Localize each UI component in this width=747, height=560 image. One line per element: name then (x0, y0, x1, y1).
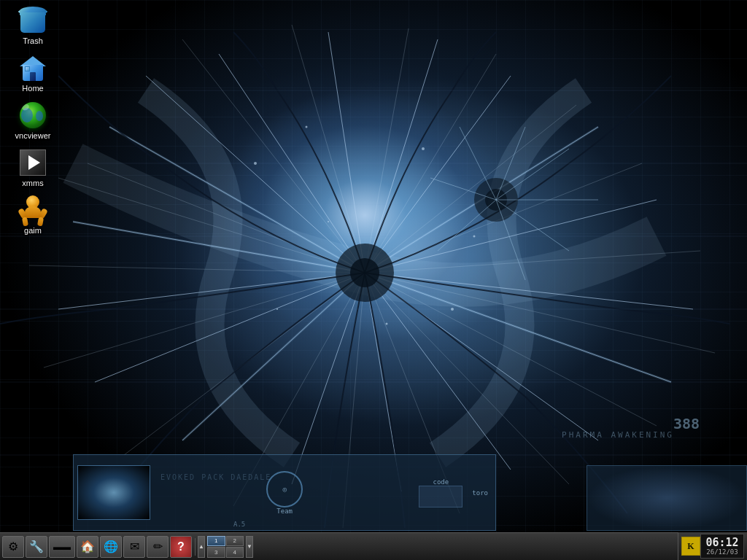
taskbar-browser-icon: 🌐 (104, 540, 118, 553)
svg-line-36 (109, 127, 365, 273)
clock-display: 06:12 26/12/03 (700, 534, 744, 559)
taskbar-tools-btn[interactable]: 🔧 (26, 536, 47, 558)
svg-line-52 (460, 127, 496, 200)
terminal-icon: ▬▬ (53, 542, 71, 552)
workspace-3-btn[interactable]: 3 (207, 547, 225, 558)
vncviewer-icon[interactable]: vncviewer (7, 98, 58, 142)
karma-label: K (687, 541, 694, 552)
as-version-label: A.5 (233, 521, 245, 528)
svg-line-27 (365, 273, 657, 426)
svg-line-38 (365, 273, 671, 382)
svg-point-41 (336, 244, 394, 302)
workspace-1-btn[interactable]: 1 (207, 536, 225, 547)
svg-line-13 (292, 273, 365, 484)
taskbar-home-icon: 🏠 (80, 540, 95, 553)
settings-icon: ⚙ (8, 540, 18, 553)
svg-line-37 (365, 127, 598, 273)
svg-line-20 (292, 25, 365, 273)
hud-team-label: Team (276, 508, 293, 515)
svg-line-45 (496, 127, 525, 200)
pharma-label: PHARMA AWAKENING (562, 430, 674, 440)
hud-overlay: ◎ Team code toro (0, 443, 747, 531)
evoked-label: EVOKED PACK DAEDALE (160, 473, 271, 481)
trash-label: Trash (23, 36, 43, 45)
svg-point-60 (306, 126, 308, 128)
taskbar-help-btn[interactable]: ? (170, 536, 192, 558)
svg-line-48 (496, 200, 569, 251)
svg-line-6 (365, 127, 598, 273)
gaim-icon-img (20, 195, 46, 225)
svg-point-64 (386, 323, 388, 325)
svg-line-23 (365, 105, 576, 273)
taskbar-draw-btn[interactable]: ✏ (147, 536, 169, 558)
globe-icon-img (20, 102, 46, 128)
hud-progress: ◎ (266, 471, 303, 508)
hud-right-panel (587, 465, 747, 531)
svg-line-50 (438, 200, 496, 251)
svg-line-26 (365, 273, 715, 353)
svg-line-35 (58, 178, 365, 273)
svg-point-66 (451, 308, 454, 311)
svg-line-21 (365, 28, 409, 273)
trash-icon-img (20, 7, 46, 34)
svg-point-43 (474, 178, 518, 222)
svg-line-29 (365, 273, 460, 513)
home-label: Home (22, 84, 43, 93)
svg-line-12 (365, 273, 401, 491)
taskbar-mail-btn[interactable]: ✉ (123, 536, 145, 558)
xmms-icon-img (20, 149, 46, 176)
desktop: EVOKED PACK DAEDALE PHARMA AWAKENING 388… (0, 0, 747, 560)
workspace-4-btn[interactable]: 4 (226, 547, 244, 558)
clock-date: 26/12/03 (706, 548, 738, 556)
clock-time: 06:12 (705, 537, 738, 549)
svg-line-5 (365, 76, 511, 273)
trash-icon[interactable]: Trash (7, 4, 58, 47)
grid-overlay (0, 0, 747, 560)
hud-toro-label: toro (472, 489, 488, 497)
hud-panel: ◎ Team code toro (73, 454, 496, 531)
taskbar-settings-btn[interactable]: ⚙ (2, 536, 24, 558)
gaim-icon[interactable]: gaim (7, 193, 58, 237)
svg-line-51 (430, 178, 496, 200)
vncviewer-label: vncviewer (15, 131, 51, 140)
xmms-icon[interactable]: xmms (7, 146, 58, 190)
scroll-right-btn[interactable]: ▼ (246, 536, 253, 558)
svg-line-14 (182, 273, 365, 440)
svg-point-61 (422, 147, 425, 150)
bg-art (0, 0, 747, 560)
svg-line-31 (233, 273, 365, 506)
hud-thumbnail-left (77, 465, 150, 520)
svg-line-19 (182, 39, 365, 273)
svg-line-15 (95, 273, 365, 382)
svg-line-34 (29, 265, 365, 273)
svg-line-11 (365, 273, 511, 470)
taskbar-draw-icon: ✏ (153, 540, 163, 553)
svg-point-63 (328, 221, 329, 222)
karma-tray-icon[interactable]: K (681, 537, 700, 556)
svg-line-28 (365, 273, 569, 484)
svg-line-46 (496, 149, 569, 200)
taskbar-browser-btn[interactable]: 🌐 (100, 536, 122, 558)
system-tray: K 06:12 26/12/03 (678, 532, 747, 560)
svg-line-30 (343, 273, 365, 528)
home-icon[interactable]: Home (7, 51, 58, 95)
svg-line-39 (182, 273, 365, 440)
svg-line-3 (328, 32, 365, 273)
svg-line-32 (124, 273, 365, 455)
svg-line-17 (73, 222, 365, 273)
scroll-left-btn[interactable]: ▲ (198, 536, 205, 558)
workspace-2-btn[interactable]: 2 (226, 536, 244, 547)
tools-icon: 🔧 (29, 540, 44, 553)
svg-line-1 (146, 76, 365, 273)
taskbar-home-btn[interactable]: 🏠 (77, 536, 98, 558)
svg-point-44 (485, 189, 507, 211)
svg-line-10 (365, 273, 598, 440)
svg-line-9 (365, 273, 671, 382)
taskbar: ⚙ 🔧 ▬▬ 🏠 🌐 ✉ ✏ ? ▲ 1 2 3 4 ▼ K (0, 532, 747, 560)
svg-line-40 (73, 222, 365, 273)
svg-line-16 (58, 273, 365, 309)
desktop-icons: Trash Home (7, 4, 58, 237)
taskbar-terminal-btn[interactable]: ▬▬ (49, 536, 75, 558)
home-icon-img (20, 55, 46, 81)
version-number: 388 (673, 415, 700, 432)
